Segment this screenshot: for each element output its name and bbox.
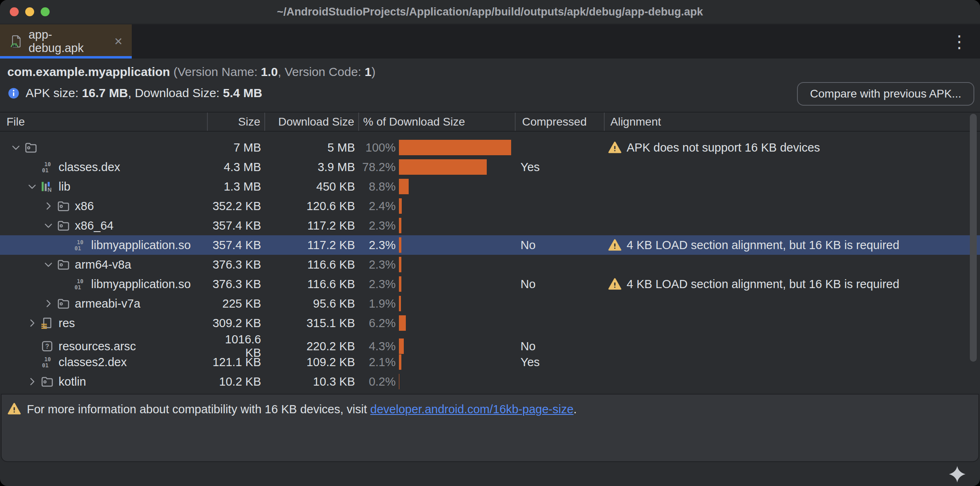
percent-bar-cell [399,274,515,294]
lib-icon [40,179,54,194]
percent-bar [399,159,487,175]
file-tree-cell: x86_64 [0,218,207,233]
vertical-scrollbar-thumb[interactable] [970,114,977,362]
chevron-down-icon[interactable] [24,181,40,192]
column-header-download-size[interactable]: Download Size [264,113,358,131]
percent-bar [399,218,401,233]
tab-label: app-debug.apk [28,28,103,55]
chevron-right-icon[interactable] [41,201,56,211]
16kb-page-size-link[interactable]: developer.android.com/16kb-page-size [370,403,574,416]
alignment-cell: 4 KB LOAD section alignment, but 16 KB i… [604,238,980,252]
table-row[interactable]: kotlin 10.2 KB 10.3 KB 0.2% [0,372,980,391]
tab-app-debug-apk[interactable]: app-debug.apk ✕ [0,24,132,59]
download-size-cell: 220.2 KB [264,340,358,353]
percent-cell: 1.9% [358,297,399,310]
file-name: kotlin [59,375,86,388]
ai-sparkle-icon[interactable] [948,465,966,483]
table-row[interactable]: armeabi-v7a 225 KB 95.6 KB 1.9% [0,294,980,313]
alignment-cell: APK does not support 16 KB devices [604,141,980,154]
compressed-cell: No [515,239,604,252]
file-tree-cell: armeabi-v7a [0,296,207,311]
download-size-cell: 315.1 KB [264,317,358,330]
file-tree-cell: libmyapplication.so [0,238,207,252]
download-size-cell: 117.2 KB [264,219,358,232]
percent-bar-cell [399,313,515,333]
warning-icon [7,402,21,416]
percent-cell: 2.3% [358,219,399,232]
file-tree-cell: res [0,316,207,330]
warning-icon [608,141,622,154]
version-code: 1 [365,65,372,78]
table-row[interactable]: libmyapplication.so 357.4 KB 117.2 KB 2.… [0,235,980,255]
size-cell: 357.4 KB [207,219,264,232]
column-header-alignment[interactable]: Alignment [604,113,980,131]
table-row[interactable]: 7 MB 5 MB 100% APK does not support 16 K… [0,138,980,157]
folder-icon [56,218,71,233]
file-name: armeabi-v7a [75,297,140,310]
table-row[interactable]: x86_64 357.4 KB 117.2 KB 2.3% [0,216,980,235]
folder-icon [56,257,71,272]
alignment-warning-text: 4 KB LOAD section alignment, but 16 KB i… [627,239,899,252]
column-header-compressed[interactable]: Compressed [515,113,604,131]
percent-bar [399,140,511,155]
size-cell: 376.3 KB [207,258,264,271]
size-cell: 309.2 KB [207,317,264,330]
footer-warning-panel: For more information about compatibility… [1,394,979,462]
column-header-size[interactable]: Size [207,113,264,131]
column-header-file[interactable]: File [0,113,207,131]
size-cell: 121.1 KB [207,356,264,369]
table-row[interactable]: x86 352.2 KB 120.6 KB 2.4% [0,196,980,216]
file-tree-cell: resources.arsc [0,339,207,354]
percent-cell: 78.2% [358,161,399,174]
chevron-right-icon[interactable] [41,298,56,309]
apk-summary-header: com.example.myapplication (Version Name:… [0,59,980,112]
table-row[interactable]: classes2.dex 121.1 KB 109.2 KB 2.1% Yes [0,352,980,372]
percent-bar [399,296,401,311]
percent-bar-cell [399,294,515,313]
table-row[interactable]: classes.dex 4.3 MB 3.9 MB 78.2% Yes [0,157,980,177]
table-header: File Size Download Size % of Download Si… [0,112,980,132]
percent-cell: 4.3% [358,340,399,353]
dex-icon [40,160,54,174]
folder-icon [56,199,71,213]
size-cell: 4.3 MB [207,161,264,174]
chevron-down-icon[interactable] [41,220,56,231]
chevron-right-icon[interactable] [24,376,40,387]
file-tree-cell: classes.dex [0,160,207,174]
compare-with-previous-apk-button[interactable]: Compare with previous APK... [797,82,974,106]
percent-cell: 2.3% [358,239,399,252]
window-title: ~/AndroidStudioProjects/Application/app/… [0,6,980,18]
column-header-percent-of-download-size[interactable]: % of Download Size [358,113,515,131]
close-tab-icon[interactable]: ✕ [114,35,123,48]
chevron-right-icon[interactable] [24,318,40,328]
table-row[interactable]: res 309.2 KB 315.1 KB 6.2% [0,313,980,333]
percent-cell: 0.2% [358,375,399,388]
kebab-menu-icon[interactable]: ⋮ [951,24,968,59]
title-bar: ~/AndroidStudioProjects/Application/app/… [0,0,980,24]
table-row[interactable]: resources.arsc 1016.6 KB 220.2 KB 4.3% N… [0,333,980,352]
table-row[interactable]: arm64-v8a 376.3 KB 116.6 KB 2.3% [0,255,980,274]
percent-bar-cell [399,255,515,274]
percent-bar [399,315,406,331]
download-size-cell: 117.2 KB [264,239,358,252]
download-size-cell: 116.6 KB [264,258,358,271]
table-row[interactable]: libmyapplication.so 376.3 KB 116.6 KB 2.… [0,274,980,294]
table-row[interactable]: lib 1.3 MB 450 KB 8.8% [0,177,980,196]
file-name: libmyapplication.so [91,239,191,252]
package-name: com.example.myapplication [7,65,170,78]
dex-icon [72,238,87,252]
alignment-warning-text: 4 KB LOAD section alignment, but 16 KB i… [627,278,899,291]
chevron-down-icon[interactable] [41,259,56,270]
percent-bar [399,198,402,214]
apk-size-value: 16.7 MB [82,86,128,100]
percent-bar [399,338,404,354]
folder-icon [40,374,54,389]
folder-icon [24,140,38,155]
file-name: lib [59,180,70,193]
footer-warning-text: For more information about compatibility… [27,403,577,416]
chevron-down-icon[interactable] [8,142,24,153]
size-cell: 352.2 KB [207,200,264,213]
percent-bar-cell [399,352,515,372]
compressed-cell: No [515,340,604,353]
apk-analyzer-window: ~/AndroidStudioProjects/Application/app/… [0,0,980,486]
